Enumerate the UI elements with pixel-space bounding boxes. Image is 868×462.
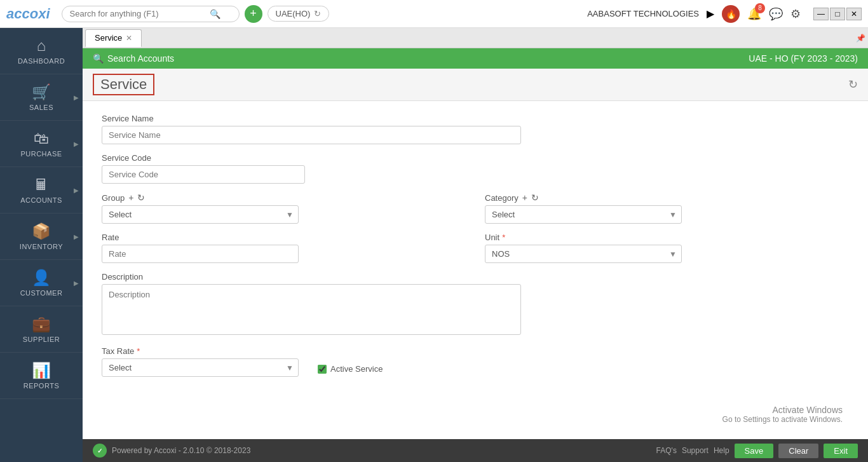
- sidebar-item-supplier[interactable]: 💼 SUPPLIER: [0, 306, 83, 353]
- messages-button[interactable]: 💬: [769, 7, 783, 21]
- add-group-icon[interactable]: +: [128, 193, 133, 203]
- supplier-icon: 💼: [32, 315, 51, 333]
- sidebar-item-reports[interactable]: 📊 REPORTS: [0, 353, 83, 399]
- footer-logo: ✓: [93, 444, 107, 458]
- chevron-right-icon: ▶: [74, 233, 79, 240]
- category-select[interactable]: Select: [485, 205, 682, 224]
- topbar: accoxi 🔍 + UAE(HO) ↻ AABASOFT TECHNOLOGI…: [0, 0, 868, 28]
- sidebar-item-label: ACCOUNTS: [20, 196, 62, 204]
- description-textarea[interactable]: [102, 284, 521, 335]
- tab-bar: Service ✕ 📌: [83, 28, 868, 48]
- search-input[interactable]: [70, 9, 210, 18]
- reports-icon: 📊: [32, 362, 51, 379]
- dashboard-icon: ⌂: [37, 37, 46, 55]
- tax-rate-select[interactable]: Select: [102, 358, 299, 377]
- notifications-button[interactable]: 🔔 8: [747, 7, 761, 21]
- green-header-bar: 🔍 Search Accounts UAE - HO (FY 2023 - 20…: [83, 48, 868, 69]
- page-title-bar: Service ↻: [83, 69, 868, 101]
- faq-link[interactable]: FAQ's: [656, 446, 677, 455]
- tab-service[interactable]: Service ✕: [85, 29, 142, 47]
- region-info-label: UAE - HO (FY 2023 - 2023): [749, 53, 858, 64]
- add-category-icon[interactable]: +: [522, 193, 527, 203]
- rate-col: Rate: [102, 233, 466, 263]
- region-refresh-icon: ↻: [314, 9, 321, 18]
- save-button[interactable]: Save: [735, 444, 774, 458]
- refresh-icon[interactable]: ↻: [848, 78, 858, 92]
- active-service-label: Active Service: [330, 364, 383, 374]
- notification-badge: 8: [755, 3, 765, 13]
- sidebar: ⌂ DASHBOARD 🛒 SALES ▶ 🛍 PURCHASE ▶ 🖩 ACC…: [0, 28, 83, 462]
- close-icon[interactable]: ✕: [126, 34, 132, 43]
- help-link[interactable]: Help: [714, 446, 729, 455]
- sidebar-item-customer[interactable]: 👤 CUSTOMER ▶: [0, 260, 83, 306]
- settings-button[interactable]: ⚙: [790, 7, 801, 21]
- category-label: Category: [485, 193, 519, 203]
- sidebar-item-inventory[interactable]: 📦 INVENTORY ▶: [0, 214, 83, 260]
- category-header: Category + ↻: [485, 193, 849, 203]
- tax-required-marker: *: [137, 346, 140, 356]
- chevron-right-icon: ▶: [74, 280, 79, 287]
- user-avatar[interactable]: 🔥: [722, 5, 740, 23]
- refresh-category-icon[interactable]: ↻: [531, 193, 539, 203]
- purchase-icon: 🛍: [34, 130, 49, 147]
- sidebar-item-label: PURCHASE: [20, 150, 62, 158]
- search-accounts-button[interactable]: 🔍 Search Accounts: [93, 53, 174, 64]
- pin-icon[interactable]: 📌: [856, 34, 865, 43]
- window-controls: — □ ✕: [813, 8, 862, 20]
- service-code-input[interactable]: [102, 165, 305, 184]
- service-name-input[interactable]: [102, 126, 521, 144]
- tax-rate-col: Tax Rate * Select ▼: [102, 346, 299, 377]
- service-code-row: Service Code: [102, 153, 849, 184]
- group-category-row: Group + ↻ Select ▼ Category +: [102, 193, 849, 224]
- sidebar-item-sales[interactable]: 🛒 SALES ▶: [0, 74, 83, 121]
- active-service-checkbox[interactable]: [318, 365, 327, 374]
- chevron-right-icon: ▶: [74, 187, 79, 194]
- main-layout: ⌂ DASHBOARD 🛒 SALES ▶ 🛍 PURCHASE ▶ 🖩 ACC…: [0, 28, 868, 462]
- maximize-button[interactable]: □: [830, 8, 845, 20]
- search-accounts-label: Search Accounts: [107, 53, 174, 64]
- powered-by-text: Powered by Accoxi - 2.0.10 © 2018-2023: [112, 446, 250, 455]
- group-select[interactable]: Select: [102, 205, 299, 224]
- group-label: Group: [102, 193, 125, 203]
- chevron-right-icon: ▶: [74, 140, 79, 147]
- sidebar-item-label: SUPPLIER: [23, 336, 60, 343]
- region-selector[interactable]: UAE(HO) ↻: [268, 6, 330, 22]
- support-link[interactable]: Support: [682, 446, 709, 455]
- close-button[interactable]: ✕: [846, 8, 862, 20]
- clear-button[interactable]: Clear: [778, 444, 818, 458]
- sidebar-item-label: SALES: [29, 104, 53, 111]
- rate-unit-row: Rate Unit * NOS KG LTR MTR PCS: [102, 233, 849, 263]
- rate-label: Rate: [102, 233, 466, 242]
- footer-left: ✓ Powered by Accoxi - 2.0.10 © 2018-2023: [93, 444, 250, 458]
- group-header: Group + ↻: [102, 193, 466, 203]
- sidebar-item-label: CUSTOMER: [20, 289, 63, 297]
- unit-label: Unit *: [485, 233, 849, 242]
- minimize-button[interactable]: —: [813, 8, 829, 20]
- tax-rate-label: Tax Rate *: [102, 346, 299, 356]
- customer-icon: 👤: [32, 269, 51, 287]
- topbar-right: AABASOFT TECHNOLOGIES ▶ 🔥 🔔 8 💬 ⚙ — □ ✕: [587, 5, 862, 23]
- description-row: Description: [102, 272, 849, 337]
- search-icon: 🔍: [210, 9, 220, 19]
- unit-select[interactable]: NOS KG LTR MTR PCS: [485, 245, 682, 263]
- content-area: Service ✕ 📌 🔍 Search Accounts UAE - HO (…: [83, 28, 868, 462]
- tab-label: Service: [95, 33, 122, 43]
- sidebar-item-dashboard[interactable]: ⌂ DASHBOARD: [0, 28, 83, 74]
- rate-input[interactable]: [102, 245, 299, 263]
- exit-button[interactable]: Exit: [824, 444, 858, 458]
- form-area: Service Name Service Code Group + ↻: [83, 101, 868, 439]
- tax-active-row: Tax Rate * Select ▼ Active Service: [102, 346, 849, 377]
- tax-rate-select-wrapper: Select ▼: [102, 358, 299, 377]
- sidebar-item-purchase[interactable]: 🛍 PURCHASE ▶: [0, 121, 83, 167]
- unit-required-marker: *: [502, 233, 505, 242]
- sidebar-item-accounts[interactable]: 🖩 ACCOUNTS ▶: [0, 167, 83, 214]
- add-button[interactable]: +: [245, 5, 262, 23]
- refresh-group-icon[interactable]: ↻: [137, 193, 145, 203]
- app-logo: accoxi: [6, 6, 50, 22]
- service-name-row: Service Name: [102, 114, 849, 144]
- sales-icon: 🛒: [32, 83, 51, 101]
- region-label: UAE(HO): [276, 9, 311, 18]
- global-search-bar[interactable]: 🔍: [62, 6, 240, 22]
- page-title: Service: [93, 74, 154, 95]
- footer: ✓ Powered by Accoxi - 2.0.10 © 2018-2023…: [83, 439, 868, 462]
